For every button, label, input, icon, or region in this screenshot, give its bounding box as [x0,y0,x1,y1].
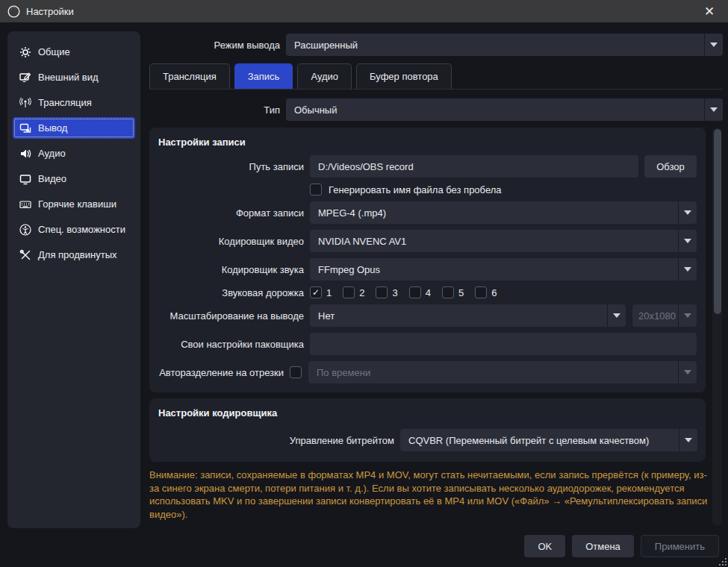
tab-replay-buffer[interactable]: Буфер повтора [356,63,452,89]
recording-format-select[interactable]: MPEG-4 (.mp4) [310,201,697,224]
rescale-select[interactable]: Нет [310,304,626,327]
bitrate-control-value: CQVBR (Переменный битрейт с целевым каче… [400,435,679,446]
sidebar-item-label: Видео [38,173,66,184]
recording-path-input[interactable]: D:/Videos/OBS record [310,155,638,178]
muxer-settings-input[interactable] [310,333,697,355]
audio-track-options: ✓1 2 3 4 5 6 [310,286,503,298]
muxer-settings-label: Свои настройки паковщика [158,339,304,350]
audio-track-5: 5 [442,286,464,298]
chevron-down-icon [679,429,697,451]
type-row: Тип Обычный [149,98,723,121]
monitor-icon [19,173,31,185]
accessibility-icon [19,224,31,236]
output-mode-select[interactable]: Расширенный [286,34,723,56]
muxer-settings-row: Свои настройки паковщика [158,333,697,355]
sidebar-item-output[interactable]: Вывод [13,117,135,139]
sidebar-item-hotkeys[interactable]: Горячие клавиши [13,193,135,215]
type-value: Обычный [286,104,704,116]
output-icon [19,122,31,134]
bitrate-control-select[interactable]: CQVBR (Переменный битрейт с целевым каче… [400,429,697,451]
sidebar-item-appearance[interactable]: Внешний вид [13,66,135,88]
rescale-resolution-value: 20x1080 [632,310,678,322]
audio-track-6: 6 [475,286,497,298]
sidebar-item-video[interactable]: Видео [13,168,135,189]
audio-track-5-checkbox[interactable] [442,286,454,298]
video-encoder-value: NVIDIA NVENC AV1 [310,236,678,247]
obs-logo-icon [7,5,20,18]
appearance-icon [19,72,31,84]
tab-streaming[interactable]: Трансляция [149,63,230,89]
chevron-down-icon [678,258,697,281]
audio-tracks-label: Звуковая дорожка [158,287,304,298]
sidebar-item-label: Внешний вид [38,72,99,83]
gear-icon [19,46,31,58]
audio-track-3-checkbox[interactable] [376,286,388,298]
video-encoder-label: Кодировщик видео [158,236,304,247]
audio-track-2: 2 [343,286,364,298]
titlebar: Настройки ✕ [0,0,728,22]
vertical-scrollbar[interactable] [712,128,722,525]
video-encoder-row: Кодировщик видео NVIDIA NVENC AV1 [158,230,697,252]
sidebar-item-stream[interactable]: Трансляция [13,92,135,113]
audio-track-4-checkbox[interactable] [409,286,421,298]
autosplit-checkbox[interactable] [290,366,302,378]
chevron-down-icon [704,98,723,121]
sidebar-item-label: Вывод [38,122,67,134]
audio-encoder-row: Кодировщик звука FFmpeg Opus [158,258,697,281]
encoder-settings-title: Настройки кодировщика [158,407,697,419]
audio-track-1: ✓1 [310,286,332,298]
audio-track-6-checkbox[interactable] [475,286,487,298]
recording-settings-title: Настройки записи [158,137,697,148]
format-warning-text: Внимание: записи, сохраняемые в форматах… [149,469,711,521]
recording-path-row: Путь записи D:/Videos/OBS record Обзор [158,155,697,178]
chevron-down-icon [678,230,697,252]
speaker-icon [19,148,31,160]
chevron-down-icon [678,361,697,383]
audio-track-1-checkbox[interactable]: ✓ [310,286,322,298]
video-encoder-select[interactable]: NVIDIA NVENC AV1 [310,230,697,252]
audio-track-5-label: 5 [458,287,464,298]
cancel-button[interactable]: Отмена [572,535,634,557]
recording-format-row: Формат записи MPEG-4 (.mp4) [158,201,697,224]
rescale-value: Нет [310,310,607,322]
audio-track-3: 3 [376,286,397,298]
type-label: Тип [149,104,280,116]
recording-settings-panel: Настройки записи Путь записи D:/Videos/O… [149,128,706,392]
tools-icon [19,249,31,261]
tab-recording[interactable]: Запись [234,63,293,89]
audio-track-2-checkbox[interactable] [343,286,355,298]
audio-track-6-label: 6 [491,287,497,298]
sidebar-item-audio[interactable]: Аудио [13,142,135,164]
close-icon[interactable]: ✕ [698,0,721,22]
browse-button[interactable]: Обзор [644,155,697,178]
scrollbar-thumb[interactable] [714,129,721,314]
bitrate-control-row: Управление битрейтом CQVBR (Переменный б… [158,429,697,451]
audio-encoder-select[interactable]: FFmpeg Opus [310,258,697,281]
sidebar-item-advanced[interactable]: Для продвинутых [13,244,135,266]
rescale-label: Масштабирование на выводе [158,310,304,322]
filename-nospace-label: Генерировать имя файла без пробела [329,184,502,195]
apply-button[interactable]: Применить [641,535,719,557]
filename-nospace-checkbox[interactable] [310,184,322,195]
rescale-resolution-select: 20x1080 [632,304,697,327]
output-mode-label: Режим вывода [149,40,280,51]
autosplit-type-value: По времени [308,367,678,378]
bitrate-control-label: Управление битрейтом [158,435,394,446]
chevron-down-icon [704,34,723,56]
recording-path-label: Путь записи [158,161,304,172]
autosplit-type-select: По времени [308,361,697,383]
type-select[interactable]: Обычный [286,98,723,121]
audio-track-2-label: 2 [359,287,364,298]
tab-audio[interactable]: Аудио [297,63,352,89]
audio-track-4-label: 4 [426,287,431,298]
broadcast-icon [19,97,31,109]
sidebar-item-general[interactable]: Общие [13,41,135,63]
window-title: Настройки [26,6,74,17]
audio-encoder-label: Кодировщик звука [158,264,304,275]
ok-button[interactable]: OK [524,535,565,557]
audio-encoder-value: FFmpeg Opus [310,264,678,275]
sidebar-item-label: Горячие клавиши [38,198,116,210]
dialog-buttons: OK Отмена Применить [524,535,719,557]
resize-grip[interactable] [718,557,727,566]
sidebar-item-accessibility[interactable]: Спец. возможности [13,219,135,240]
